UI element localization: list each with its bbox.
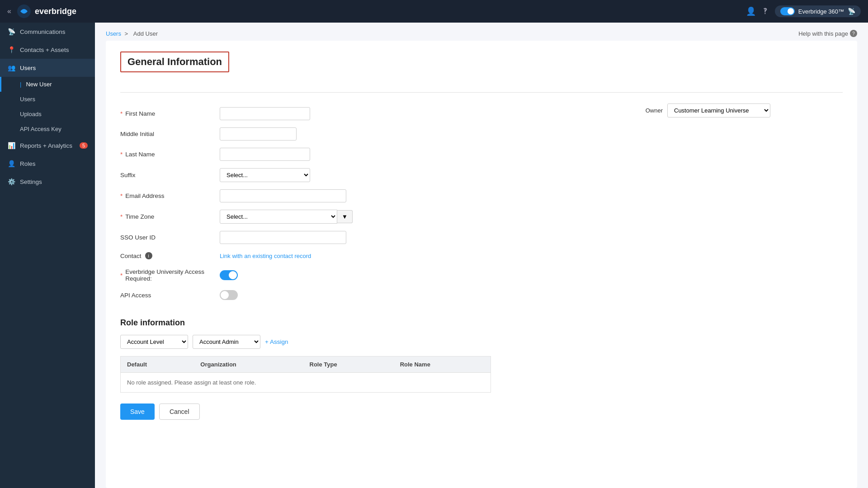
- action-buttons: Save Cancel: [120, 404, 843, 420]
- timezone-dropdown-button[interactable]: ▼: [337, 210, 353, 223]
- sidebar-item-roles[interactable]: 👤 Roles: [0, 155, 95, 173]
- sidebar-child-users[interactable]: Users: [0, 92, 95, 107]
- owner-select[interactable]: Customer Learning Universe: [667, 103, 770, 117]
- univ-access-field: [220, 264, 482, 286]
- sso-field: [220, 227, 482, 248]
- save-button[interactable]: Save: [120, 404, 155, 420]
- last-name-label: * Last Name: [120, 144, 220, 164]
- col-role-type: Role Type: [303, 357, 394, 373]
- user-icon[interactable]: 👤: [746, 6, 756, 16]
- top-navigation: « everbridge 👤 ‽ Everbridge 360™ 📡: [0, 0, 868, 23]
- everbridge360-toggle[interactable]: Everbridge 360™ 📡: [775, 5, 861, 17]
- form-grid: * First Name Middle Initial: [120, 103, 482, 304]
- roles-icon: 👤: [7, 160, 15, 167]
- communications-icon: 📡: [7, 28, 15, 35]
- sidebar-child-api-access-key[interactable]: API Access Key: [0, 122, 95, 136]
- suffix-select[interactable]: Select... Jr. Sr. II III: [220, 168, 310, 182]
- first-name-input[interactable]: [220, 107, 310, 120]
- first-name-label: * First Name: [120, 103, 220, 124]
- sidebar-item-settings[interactable]: ⚙️ Settings: [0, 173, 95, 191]
- cancel-button[interactable]: Cancel: [159, 404, 200, 420]
- email-field: [220, 186, 482, 206]
- suffix-field: Select... Jr. Sr. II III: [220, 164, 482, 186]
- no-role-text: No role assigned. Please assign at least…: [121, 373, 491, 393]
- sidebar: 📡 Communications 📍 Contacts + Assets 👥 U…: [0, 23, 95, 488]
- collapse-sidebar-button[interactable]: «: [7, 7, 11, 15]
- help-icon[interactable]: ‽: [763, 6, 768, 16]
- contact-label: Contact i: [120, 248, 220, 264]
- owner-section: Owner Customer Learning Universe: [646, 103, 770, 117]
- col-organization: Organization: [194, 357, 303, 373]
- middle-initial-field: [220, 124, 482, 144]
- reports-icon: 📊: [7, 142, 15, 149]
- timezone-field: Select... ▼: [220, 206, 482, 227]
- univ-access-toggle[interactable]: [220, 270, 238, 280]
- toggle-switch[interactable]: [780, 7, 795, 15]
- contacts-icon: 📍: [7, 46, 15, 53]
- sidebar-item-reports-analytics[interactable]: 📊 Reports + Analytics 5: [0, 136, 95, 155]
- breadcrumb-bar: Users > Add User Help with this page ?: [95, 23, 868, 41]
- univ-access-label: * Everbridge University Access Required:: [120, 264, 220, 286]
- sidebar-child-new-user[interactable]: | New User: [0, 77, 95, 92]
- settings-icon: ⚙️: [7, 178, 15, 185]
- contact-info-icon[interactable]: i: [145, 252, 152, 259]
- section-title: General Information: [120, 52, 229, 72]
- role-section: Role information Account Level Account A…: [120, 318, 491, 393]
- form-divider: [120, 92, 843, 93]
- role-controls: Account Level Account Admin + Assign: [120, 335, 491, 349]
- reports-badge: 5: [80, 142, 88, 149]
- middle-initial-input[interactable]: [220, 127, 297, 141]
- no-role-row: No role assigned. Please assign at least…: [121, 373, 491, 393]
- timezone-label: * Time Zone: [120, 206, 220, 227]
- main-content: Users > Add User Help with this page ? G…: [95, 23, 868, 488]
- signal-icon: 📡: [848, 8, 855, 15]
- help-link[interactable]: Help with this page ?: [798, 30, 857, 37]
- sso-label: SSO User ID: [120, 227, 220, 248]
- breadcrumb: Users > Add User: [106, 30, 160, 37]
- role-table: Default Organization Role Type Role Name…: [120, 356, 491, 393]
- timezone-select[interactable]: Select...: [220, 210, 337, 224]
- form-container: General Information Owner Customer Learn…: [106, 41, 857, 488]
- pipe-icon: |: [20, 81, 21, 88]
- suffix-label: Suffix: [120, 164, 220, 186]
- owner-label: Owner: [646, 107, 663, 114]
- col-default: Default: [121, 357, 194, 373]
- api-access-field: [220, 286, 482, 304]
- sso-input[interactable]: [220, 231, 346, 244]
- last-name-input[interactable]: [220, 148, 310, 161]
- sidebar-item-contacts-assets[interactable]: 📍 Contacts + Assets: [0, 41, 95, 59]
- sidebar-item-users[interactable]: 👥 Users: [0, 59, 95, 77]
- role-level-select[interactable]: Account Level: [120, 335, 188, 349]
- role-section-title: Role information: [120, 318, 491, 328]
- api-access-toggle[interactable]: [220, 290, 238, 300]
- first-name-field: [220, 103, 482, 124]
- email-input[interactable]: [220, 189, 346, 202]
- contact-field: Link with an existing contact record: [220, 248, 482, 264]
- api-access-label: API Access: [120, 286, 220, 304]
- col-role-name: Role Name: [394, 357, 491, 373]
- breadcrumb-users-link[interactable]: Users: [106, 30, 121, 37]
- contact-link[interactable]: Link with an existing contact record: [220, 253, 311, 259]
- app-logo: everbridge: [17, 4, 76, 19]
- email-label: * Email Address: [120, 186, 220, 206]
- sidebar-child-uploads[interactable]: Uploads: [0, 107, 95, 122]
- role-name-select[interactable]: Account Admin: [193, 335, 260, 349]
- sidebar-item-communications[interactable]: 📡 Communications: [0, 23, 95, 41]
- last-name-field: [220, 144, 482, 164]
- assign-button[interactable]: + Assign: [265, 338, 288, 345]
- middle-initial-label: Middle Initial: [120, 124, 220, 144]
- help-circle-icon: ?: [850, 30, 857, 37]
- users-icon: 👥: [7, 64, 15, 71]
